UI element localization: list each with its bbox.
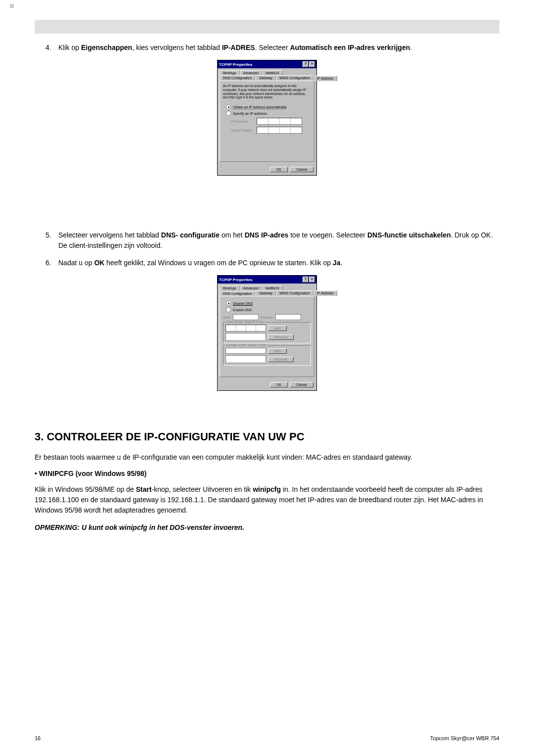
dialog-titlebar: TCP/IP Properties ? ×: [218, 276, 316, 284]
tab-bindings[interactable]: Bindings: [220, 285, 240, 290]
close-icon[interactable]: ×: [309, 277, 315, 283]
tab-ipaddress[interactable]: IP Address: [313, 290, 337, 296]
suffix-list[interactable]: [225, 355, 266, 363]
mask-input[interactable]: [257, 127, 302, 134]
step-5-num: 5.: [45, 230, 58, 251]
section-3-para2: Klik in Windows 95/98/ME op de Start-kno…: [35, 484, 499, 516]
tab-netbios[interactable]: NetBIOS: [262, 285, 283, 290]
tab-gateway[interactable]: Gateway: [255, 290, 276, 296]
radio-enable-dns[interactable]: Enable DNS: [226, 307, 311, 312]
tab-wins[interactable]: WINS Configuration: [276, 290, 313, 296]
tabs-row-2: DNS Configuration Gateway WINS Configura…: [218, 290, 316, 296]
ip-input[interactable]: [257, 118, 302, 125]
step-5-text: Selecteer vervolgens het tabblad DNS- co…: [58, 230, 499, 251]
radio-label: Disable DNS: [233, 302, 253, 305]
domain-suffix-group: Domain Suffix Search Order Add Remove: [223, 345, 311, 366]
help-icon[interactable]: ?: [303, 277, 309, 283]
remove-button[interactable]: Remove: [268, 357, 294, 362]
tabs-row-1: Bindings Advanced NetBIOS: [218, 284, 316, 290]
t: .: [340, 259, 342, 267]
radio-disable-dns[interactable]: Disable DNS: [226, 301, 311, 306]
domain-input[interactable]: [275, 314, 301, 320]
radio-icon: [226, 301, 231, 306]
radio-specify[interactable]: Specify an IP address:: [226, 111, 311, 116]
ip-label: IP Address:: [231, 120, 254, 123]
ip-note: An IP address can be automatically assig…: [223, 84, 311, 99]
dialog-panel: Disable DNS Enable DNS Host: Domain: DNS…: [220, 296, 314, 377]
step-6-num: 6.: [45, 258, 58, 268]
tabs-row-1: Bindings Advanced NetBIOS: [218, 68, 316, 75]
ok-button[interactable]: OK: [270, 382, 288, 387]
step-6: 6. Nadat u op OK heeft geklikt, zal Wind…: [45, 258, 499, 268]
tab-dns[interactable]: DNS Configuration: [220, 75, 255, 81]
header-bar: [35, 20, 499, 34]
t: Klik in Windows 95/98/ME op de: [35, 485, 136, 493]
group-label: DNS Server Search Order: [225, 320, 265, 324]
t: IP-ADRES: [222, 44, 255, 51]
t: DNS-functie uitschakelen: [367, 231, 451, 239]
winipcfg-bullet: • WINIPCFG (voor Windows 95/98): [35, 470, 499, 477]
dialog-title: TCP/IP Properties: [219, 278, 252, 282]
tab-advanced[interactable]: Advanced: [240, 285, 262, 290]
add-button[interactable]: Add: [268, 326, 287, 331]
domain-label: Domain:: [261, 316, 273, 319]
radio-obtain-auto[interactable]: Obtain an IP address automatically: [226, 104, 311, 109]
add-button[interactable]: Add: [268, 348, 287, 354]
remove-button[interactable]: Remove: [268, 334, 294, 340]
tabs-row-2: DNS Configuration Gateway WINS Configura…: [218, 75, 316, 81]
host-label: Host:: [223, 316, 231, 319]
step-4-text: Klik op Eigenschappen, kies vervolgens h…: [58, 43, 499, 53]
tab-advanced[interactable]: Advanced: [240, 70, 262, 75]
tab-ipaddress[interactable]: IP Address: [313, 76, 337, 81]
cancel-button[interactable]: Cancel: [290, 167, 313, 172]
t: toe te voegen. Selecteer: [288, 231, 367, 239]
dialog-panel: An IP address can be automatically assig…: [220, 81, 314, 162]
mask-field-row: Subnet Mask:: [231, 127, 311, 134]
close-icon[interactable]: ×: [309, 61, 315, 67]
t: Ja: [333, 259, 341, 267]
section-3-para1: Er bestaan tools waarmee u de IP-configu…: [35, 452, 499, 463]
t: Klik op: [58, 44, 81, 51]
section-3-note: OPMERKING: U kunt ook winipcfg in het DO…: [35, 522, 499, 533]
dns-ip-input[interactable]: [225, 325, 266, 331]
t: om het: [220, 231, 245, 239]
radio-icon: [226, 307, 231, 312]
radio-icon: [226, 104, 231, 109]
ip-field-row: IP Address:: [231, 118, 311, 125]
t: Nadat u op: [58, 259, 94, 267]
tab-bindings[interactable]: Bindings: [220, 70, 240, 75]
dns-server-group: DNS Server Search Order Add Remove: [223, 322, 311, 343]
step-4-num: 4.: [45, 43, 58, 53]
t: . Selecteer: [255, 44, 290, 51]
corner-mark: [10, 4, 14, 8]
radio-label: Obtain an IP address automatically: [233, 105, 286, 109]
t: -knop, selecteer Uitvoeren en tik: [152, 485, 253, 493]
radio-icon: [226, 111, 231, 116]
ok-button[interactable]: OK: [270, 167, 288, 172]
cancel-button[interactable]: Cancel: [290, 382, 313, 387]
dialog-title: TCP/IP Properties: [219, 62, 252, 67]
tab-wins[interactable]: WINS Configuration: [276, 75, 313, 81]
t: Start: [136, 485, 152, 493]
t: Automatisch een IP-adres verkrijgen: [290, 44, 410, 51]
tcpip-dialog-ip: TCP/IP Properties ? × Bindings Advanced …: [217, 60, 317, 176]
bullet-text: WINIPCFG (voor Windows 95/98): [37, 470, 147, 477]
t: winipcfg: [253, 485, 281, 493]
step-4: 4. Klik op Eigenschappen, kies vervolgen…: [45, 43, 499, 53]
t: heeft geklikt, zal Windows u vragen om d…: [104, 259, 332, 267]
suffix-input[interactable]: [225, 348, 266, 354]
product-name: Topcom Skyr@cer WBR 754: [430, 735, 499, 741]
page-number: 16: [35, 735, 41, 741]
t: .: [410, 44, 412, 51]
tab-netbios[interactable]: NetBIOS: [262, 70, 283, 75]
tab-gateway[interactable]: Gateway: [255, 75, 276, 81]
t: DNS- configuratie: [161, 231, 220, 239]
section-3-heading: 3. CONTROLEER DE IP-CONFIGURATIE VAN UW …: [35, 430, 499, 443]
dialog-buttons: OK Cancel: [218, 164, 316, 175]
dns-list[interactable]: [225, 333, 266, 341]
help-icon[interactable]: ?: [303, 61, 309, 67]
host-input[interactable]: [233, 314, 259, 320]
t: Eigenschappen: [81, 44, 132, 51]
t: , kies vervolgens het tabblad: [132, 44, 222, 51]
dialog-buttons: OK Cancel: [218, 379, 316, 390]
